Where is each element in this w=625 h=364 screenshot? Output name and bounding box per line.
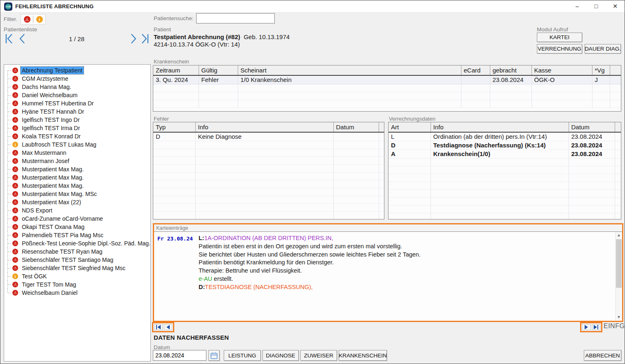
warning-icon: ⚠ bbox=[12, 265, 18, 271]
close-icon[interactable]: ✕ bbox=[606, 0, 625, 13]
abbrechen-button[interactable]: ABBRECHEN bbox=[584, 350, 621, 361]
patient-section-label: Patient bbox=[154, 26, 171, 33]
patient-list-item[interactable]: ⚠Musterpatient Max Mag. bbox=[4, 165, 150, 173]
patient-list-item[interactable]: ⚠Igelfisch TEST Irma Dr bbox=[4, 124, 150, 132]
patient-list-item[interactable]: ⚠Daniel Weichselbaum bbox=[4, 91, 150, 99]
patient-name: Test ÖGK bbox=[21, 273, 48, 280]
warning-icon: ⚠ bbox=[12, 232, 18, 238]
patient-list-item[interactable]: ⚠Dachs Hanna Mag. bbox=[4, 83, 150, 91]
column-header[interactable]: Art bbox=[389, 122, 431, 132]
patient-list-item[interactable]: ⚠Tiger TEST Tom Mag bbox=[4, 280, 150, 289]
kartei-prev-entry-button[interactable] bbox=[164, 324, 173, 330]
nav-next-patient-button[interactable] bbox=[128, 33, 138, 45]
column-header[interactable]: Datum bbox=[569, 122, 615, 132]
patient-name: Musterpatient Max Mag. MSc bbox=[21, 190, 98, 198]
datum-input[interactable] bbox=[153, 350, 206, 361]
scroll-down-icon[interactable]: ▼ bbox=[616, 314, 622, 320]
zuweiser-button[interactable]: ZUWEISER bbox=[300, 350, 337, 361]
patient-list-item[interactable]: iLaubfrosch TEST Lukas Mag bbox=[4, 140, 150, 149]
patient-name: Daniel Weichselbaum bbox=[21, 91, 79, 99]
leistung-button[interactable]: LEISTUNG bbox=[224, 350, 261, 361]
column-header[interactable] bbox=[610, 65, 621, 75]
patient-list-item[interactable]: ⚠Koala TEST Konrad Dr bbox=[4, 132, 150, 140]
table-row[interactable]: LOrdination (ab der dritten) pers.In (Vt… bbox=[389, 132, 621, 141]
verrechnung-button[interactable]: VERRECHNUNG bbox=[537, 44, 582, 54]
patient-list-item[interactable]: ⚠Hyäne TEST Hannah Dr bbox=[4, 107, 150, 116]
column-header[interactable]: gebracht bbox=[490, 65, 531, 75]
patient-list-item[interactable]: ⚠Siebenschläfer TEST Santiago Mag bbox=[4, 256, 150, 264]
patient-list-item[interactable]: ⚠Palmendieb TEST Pia Mag Msc bbox=[4, 231, 150, 239]
patient-list-item[interactable]: ⚠Musterpatient Max Mag. MSc bbox=[4, 190, 150, 198]
calendar-button[interactable] bbox=[208, 350, 220, 361]
minimize-icon[interactable]: – bbox=[568, 0, 587, 13]
warning-icon: ⚠ bbox=[12, 92, 18, 98]
patient-list-item[interactable]: ⚠Abrechnung Testpatient bbox=[4, 66, 150, 75]
kartei-next-entry-button[interactable] bbox=[582, 324, 591, 330]
krankenschein-button[interactable]: KRANKENSCHEIN bbox=[339, 350, 387, 361]
patient-name: Mustermann Josef bbox=[21, 157, 70, 165]
column-header[interactable]: Zeitraum bbox=[153, 65, 199, 75]
kartei-first-entry-button[interactable] bbox=[154, 324, 163, 330]
scroll-up-icon[interactable]: ▲ bbox=[616, 232, 622, 238]
column-header[interactable]: *Vg bbox=[592, 65, 610, 75]
patient-name: Musterpatient Max Mag. bbox=[21, 174, 85, 181]
nav-last-patient-button[interactable] bbox=[140, 33, 150, 45]
filter-warning-button[interactable]: ⚠ bbox=[21, 14, 33, 24]
dauer-diag-button[interactable]: DAUER DIAG. bbox=[585, 44, 621, 54]
patient-list-item[interactable]: ⚠Musterpatient Max (22) bbox=[4, 198, 150, 206]
table-row[interactable]: 3. Qu. 2024Fehler1/0 Krankenschein23.08.… bbox=[153, 75, 621, 84]
patient-list-item[interactable]: ⚠Okapi TEST Oxana Mag bbox=[4, 223, 150, 231]
nav-first-patient-button[interactable] bbox=[5, 33, 14, 45]
patient-list-item[interactable]: ⚠Musterpatient Max Mag. bbox=[4, 173, 150, 182]
patient-search-input[interactable] bbox=[196, 13, 275, 23]
patient-list-item[interactable]: ⚠Max Mustermann bbox=[4, 149, 150, 157]
datum-label: Datum bbox=[154, 344, 170, 350]
patient-list-item[interactable]: ⚠Igelfisch TEST Ingo Dr bbox=[4, 116, 150, 124]
patient-list-item[interactable]: ⚠oCard-Zuname oCard-Vorname bbox=[4, 215, 150, 223]
column-header[interactable]: eCard bbox=[461, 65, 490, 75]
kartei-scrollbar[interactable]: ▲ ▼ bbox=[615, 232, 622, 320]
column-header[interactable]: Kasse bbox=[531, 65, 592, 75]
patient-search-label: Patientensuche: bbox=[154, 15, 194, 21]
insert-mode-indicator: EINFG bbox=[604, 322, 625, 330]
karteieintraege-body[interactable]: Fr 23.08.24 L:1A-ORDINATION (AB DER DRIT… bbox=[154, 232, 622, 320]
column-header[interactable]: Scheinart bbox=[238, 65, 461, 75]
filter-info-button[interactable]: i bbox=[33, 14, 45, 24]
scrollbar-thumb[interactable] bbox=[616, 239, 622, 288]
warning-icon: ⚠ bbox=[12, 224, 18, 230]
patient-list-item[interactable]: ⚠Siebenschläfer TEST Siegfried Mag Msc bbox=[4, 264, 150, 272]
table-row[interactable]: AKrankenschein(1/0)23.08.2024 bbox=[389, 149, 621, 158]
column-header[interactable]: Info bbox=[195, 122, 333, 132]
patient-name: Dachs Hanna Mag. bbox=[21, 83, 73, 91]
patient-list-item[interactable]: ⚠Musterpatient Max Mag. bbox=[4, 182, 150, 190]
column-header[interactable]: Info bbox=[431, 122, 569, 132]
patient-list-item[interactable]: ⚠Pößneck-Test Leonie-Sophie Dipl.-Soz. P… bbox=[4, 239, 150, 247]
column-header[interactable] bbox=[379, 122, 384, 132]
patient-list-item[interactable]: ⚠NDS Export bbox=[4, 206, 150, 215]
karteieintraege-panel: Karteieinträge Fr 23.08.24 L:1A-ORDINATI… bbox=[153, 223, 623, 322]
kartei-button[interactable]: KARTEI bbox=[537, 33, 582, 42]
table-row[interactable]: DTestdiagnose (Nacherfassung) (Ks:14)23.… bbox=[389, 141, 621, 149]
warning-icon: ⚠ bbox=[12, 166, 18, 172]
patient-list-item[interactable]: ⚠Weichselbaum Daniel bbox=[4, 289, 150, 297]
patient-list-item[interactable]: ⚠Mustermann Josef bbox=[4, 157, 150, 165]
patient-name: Max Mustermann bbox=[21, 149, 68, 156]
patient-list-item[interactable]: ⚠Riesenschabe TEST Ryan Mag bbox=[4, 247, 150, 256]
column-header[interactable]: Typ bbox=[153, 122, 195, 132]
kartei-nav-left-box bbox=[152, 322, 174, 332]
patient-name: Pößneck-Test Leonie-Sophie Dipl.-Soz. Pä… bbox=[21, 240, 151, 247]
column-header[interactable]: Datum bbox=[333, 122, 379, 132]
maximize-icon[interactable]: □ bbox=[587, 0, 606, 13]
column-header[interactable]: Gültig bbox=[199, 65, 238, 75]
nav-prev-patient-button[interactable] bbox=[18, 33, 28, 45]
kartei-last-entry-button[interactable] bbox=[592, 324, 601, 330]
table-row[interactable]: DKeine Diagnose bbox=[153, 132, 384, 141]
kartei-entry-date: Fr 23.08.24 bbox=[157, 236, 193, 242]
empty-row bbox=[389, 166, 621, 174]
empty-row bbox=[153, 149, 384, 156]
patient-list-item[interactable]: ⚠Hummel TEST Hubertina Dr bbox=[4, 99, 150, 107]
patient-list-item[interactable]: iTest ÖGK bbox=[4, 272, 150, 280]
diagnose-button[interactable]: DIAGNOSE bbox=[262, 350, 299, 361]
patient-list-item[interactable]: ⚠CGM Arztsysteme bbox=[4, 75, 150, 83]
column-header[interactable] bbox=[615, 122, 621, 132]
